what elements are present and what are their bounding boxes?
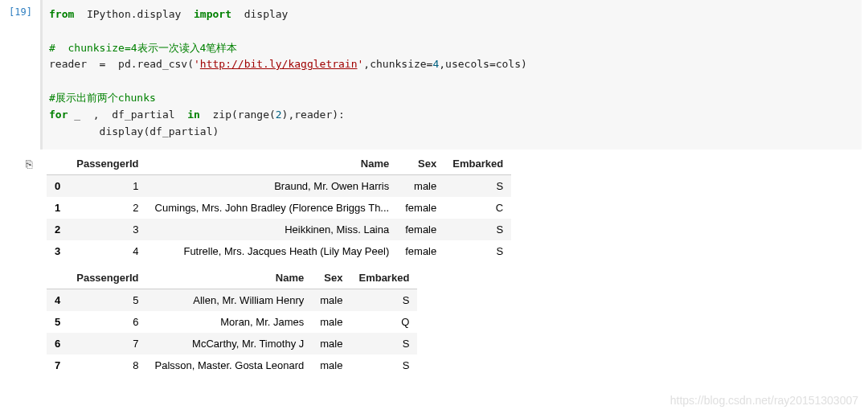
kw-in: in [187, 109, 200, 121]
col-embarked: Embarked [444, 153, 511, 175]
cell: 3 [68, 219, 146, 240]
row-index: 1 [47, 197, 68, 219]
dataframe-1: PassengerId Name Sex Embarked 0 1 Braund… [47, 153, 511, 262]
cell: 4 [68, 240, 146, 262]
cell: Palsson, Master. Gosta Leonard [147, 354, 313, 376]
cell: Cumings, Mrs. John Bradley (Florence Bri… [147, 197, 398, 219]
col-name: Name [147, 153, 398, 175]
cell: Braund, Mr. Owen Harris [147, 175, 398, 198]
code-reader-c: ,usecols=cols) [439, 58, 527, 70]
cell: male [312, 354, 350, 376]
code-reader-a: reader = pd.read_csv( [49, 58, 194, 70]
table-header-row: PassengerId Name Sex Embarked [47, 267, 417, 289]
cell: C [444, 197, 511, 219]
module-name: IPython.display [87, 8, 181, 20]
zip-b: ),reader): [282, 109, 345, 121]
num-2: 2 [276, 109, 282, 121]
col-sex: Sex [397, 153, 444, 175]
row-index: 7 [47, 354, 68, 376]
table-row: 3 4 Futrelle, Mrs. Jacques Heath (Lily M… [47, 240, 511, 262]
table-row: 1 2 Cumings, Mrs. John Bradley (Florence… [47, 197, 511, 219]
cell: S [444, 240, 511, 262]
cell: male [312, 289, 350, 312]
cell: male [312, 311, 350, 333]
kw-import: import [194, 8, 231, 20]
dataframe-2: PassengerId Name Sex Embarked 4 5 Allen,… [47, 267, 417, 376]
cell: 7 [68, 333, 146, 354]
col-index [47, 153, 68, 175]
table-header-row: PassengerId Name Sex Embarked [47, 153, 511, 175]
cell: female [397, 197, 444, 219]
import-name: display [244, 8, 289, 20]
col-passengerid: PassengerId [68, 153, 146, 175]
table-row: 5 6 Moran, Mr. James male Q [47, 311, 417, 333]
code-block[interactable]: from IPython.display import display # ch… [43, 6, 854, 140]
col-passengerid: PassengerId [68, 267, 146, 289]
col-index [47, 267, 68, 289]
col-embarked: Embarked [350, 267, 417, 289]
row-index: 5 [47, 311, 68, 333]
cell: McCarthy, Mr. Timothy J [147, 333, 313, 354]
comment-1: # chunksize=4表示一次读入4笔样本 [49, 42, 237, 54]
comment-2: #展示出前两个chunks [49, 92, 156, 104]
cell: S [444, 175, 511, 198]
cell: 5 [68, 289, 146, 312]
display-call: display(df_partial) [49, 125, 219, 137]
code-area[interactable]: from IPython.display import display # ch… [40, 0, 862, 150]
kw-from: from [49, 8, 74, 20]
output-cell: ⎘ PassengerId Name Sex Embarked 0 1 Brau… [0, 153, 868, 381]
col-name: Name [147, 267, 313, 289]
cell: male [397, 175, 444, 198]
cell: S [444, 219, 511, 240]
cell: female [397, 219, 444, 240]
watermark: https://blog.csdn.net/ray20151303007 [670, 394, 858, 407]
zip-a: zip(range( [200, 109, 276, 121]
quote-open: ' [194, 58, 200, 70]
row-index: 4 [47, 289, 68, 312]
cell: S [350, 354, 417, 376]
input-prompt: [19] [0, 0, 40, 18]
cell: Q [350, 311, 417, 333]
cell: female [397, 240, 444, 262]
cell: Heikkinen, Miss. Laina [147, 219, 398, 240]
cell: 6 [68, 311, 146, 333]
url-string: http://bit.ly/kaggletrain [200, 58, 358, 70]
table-row: 2 3 Heikkinen, Miss. Laina female S [47, 219, 511, 240]
cell: 8 [68, 354, 146, 376]
for-vars: _ , df_partial [68, 109, 187, 121]
cell: Futrelle, Mrs. Jacques Heath (Lily May P… [147, 240, 398, 262]
cell: male [312, 333, 350, 354]
input-cell: [19] from IPython.display import display… [0, 0, 868, 150]
table-row: 6 7 McCarthy, Mr. Timothy J male S [47, 333, 417, 354]
row-index: 2 [47, 219, 68, 240]
output-prompt: ⎘ [0, 153, 40, 170]
cell: 1 [68, 175, 146, 198]
cell: S [350, 333, 417, 354]
row-index: 3 [47, 240, 68, 262]
code-reader-b: ,chunksize= [363, 58, 432, 70]
kw-for: for [49, 109, 68, 121]
table-row: 7 8 Palsson, Master. Gosta Leonard male … [47, 354, 417, 376]
col-sex: Sex [312, 267, 350, 289]
cell: Moran, Mr. James [147, 311, 313, 333]
row-index: 0 [47, 175, 68, 198]
cell: 2 [68, 197, 146, 219]
table-row: 4 5 Allen, Mr. William Henry male S [47, 289, 417, 312]
cell: Allen, Mr. William Henry [147, 289, 313, 312]
output-body: PassengerId Name Sex Embarked 0 1 Braund… [40, 153, 868, 381]
cell: S [350, 289, 417, 312]
table-row: 0 1 Braund, Mr. Owen Harris male S [47, 175, 511, 198]
row-index: 6 [47, 333, 68, 354]
output-icon: ⎘ [26, 158, 32, 170]
